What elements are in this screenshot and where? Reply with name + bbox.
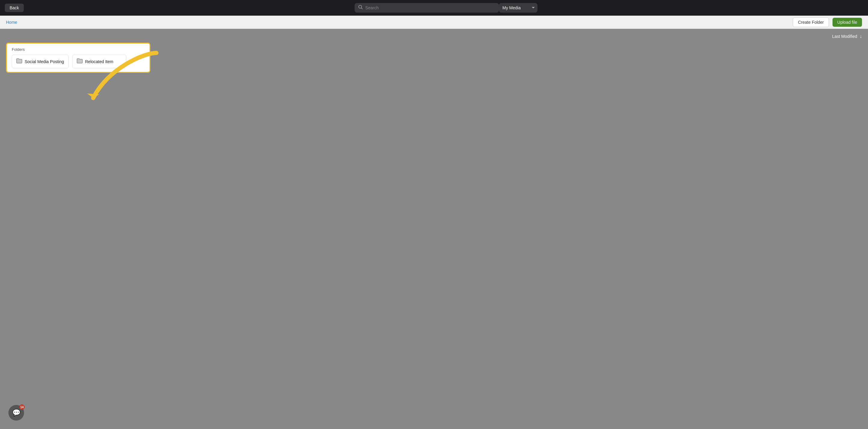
main-content: Last Modified ↓ Folders Social Media Pos… — [0, 29, 868, 77]
search-container — [354, 3, 499, 12]
folder-item-relocated[interactable]: Relocated Item — [72, 55, 126, 68]
folder-icon — [16, 58, 22, 65]
topbar: Back My Media All Media Shared Media — [0, 0, 868, 15]
folder-icon — [77, 58, 83, 65]
chat-icon: 💬 — [12, 409, 21, 417]
chat-widget[interactable]: 💬 14 — [8, 405, 24, 421]
chat-badge: 14 — [19, 404, 25, 410]
search-icon — [358, 5, 363, 11]
back-button[interactable]: Back — [5, 4, 24, 12]
search-wrapper: My Media All Media Shared Media — [29, 3, 863, 12]
secondary-bar-right: Create Folder Upload file — [793, 18, 862, 27]
folder-name-social-media: Social Media Posting — [25, 59, 64, 64]
sort-label[interactable]: Last Modified — [832, 34, 857, 39]
secondary-bar: Home Create Folder Upload file — [0, 15, 868, 29]
create-folder-button[interactable]: Create Folder — [793, 18, 829, 27]
media-select[interactable]: My Media All Media Shared Media — [499, 3, 537, 12]
folders-section: Folders Social Media Posting Relocated I… — [6, 43, 150, 73]
svg-line-1 — [361, 8, 363, 9]
folders-grid: Social Media Posting Relocated Item — [12, 55, 145, 68]
folder-item-social-media[interactable]: Social Media Posting — [12, 55, 69, 68]
sort-direction-icon[interactable]: ↓ — [860, 34, 862, 39]
home-link[interactable]: Home — [6, 20, 17, 25]
folder-name-relocated: Relocated Item — [85, 59, 114, 64]
folders-label: Folders — [12, 47, 145, 52]
sort-bar: Last Modified ↓ — [6, 34, 862, 39]
upload-file-button[interactable]: Upload file — [833, 18, 862, 27]
search-input[interactable] — [365, 5, 495, 10]
